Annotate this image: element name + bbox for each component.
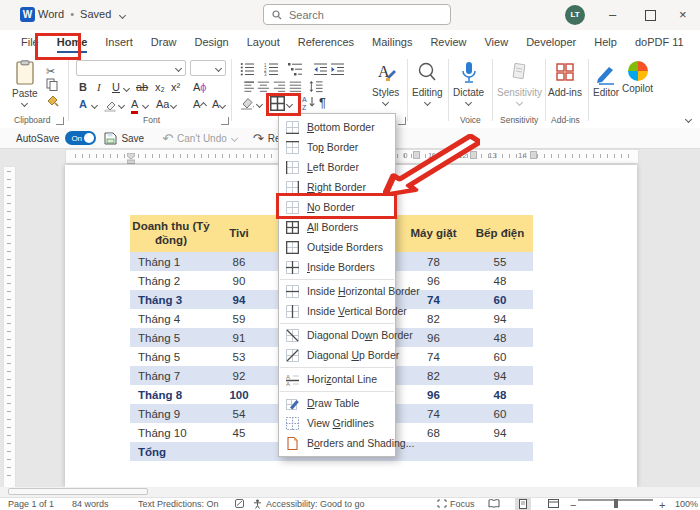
align-right-button[interactable] [272, 79, 286, 97]
table-cell[interactable] [467, 442, 533, 461]
menu-item-bottom-border[interactable]: Bottom Border [279, 117, 395, 137]
underline-chevron-icon[interactable] [123, 85, 130, 92]
text-predictions[interactable]: Text Predictions: On [138, 499, 219, 509]
table-row-label[interactable]: Tháng 5 [130, 328, 212, 347]
search-input[interactable]: Search [263, 4, 451, 25]
tab-view[interactable]: View [475, 30, 517, 55]
web-layout-icon[interactable] [548, 499, 559, 510]
menu-item-top-border[interactable]: Top Border [279, 137, 395, 157]
table-cell[interactable]: 48 [467, 271, 533, 290]
table-row-label[interactable]: Tháng 9 [130, 404, 212, 423]
grow-font-button[interactable]: A [193, 97, 206, 111]
table-row-label[interactable]: Tháng 7 [130, 366, 212, 385]
table-cell[interactable]: 96 [400, 385, 467, 404]
page-indicator[interactable]: Page 1 of 1 [8, 499, 54, 509]
menu-item-outside-borders[interactable]: Outside Borders [279, 237, 395, 257]
table-cell[interactable]: 82 [400, 309, 467, 328]
table-cell[interactable]: 60 [467, 347, 533, 366]
format-painter-button[interactable] [46, 93, 59, 111]
autosave-toggle[interactable]: On [65, 131, 96, 145]
table-cell[interactable]: 45 [212, 423, 266, 442]
tab-help[interactable]: Help [585, 30, 626, 55]
menu-item-borders-and-shading[interactable]: Borders and Shading... [279, 433, 395, 453]
text-effects-button[interactable]: A [79, 97, 87, 111]
table-cell[interactable]: 74 [400, 404, 467, 423]
table-row-label[interactable]: Tháng 10 [130, 423, 212, 442]
tab-layout[interactable]: Layout [238, 30, 289, 55]
tab-insert[interactable]: Insert [96, 30, 142, 55]
menu-item-diagonal-up-border[interactable]: Diagonal Up Border [279, 345, 395, 365]
table-cell[interactable]: 53 [212, 347, 266, 366]
menu-item-right-border[interactable]: Right Border [279, 177, 395, 197]
menu-item-no-border[interactable]: No Border [279, 197, 395, 217]
table-cell[interactable]: 90 [212, 271, 266, 290]
table-cell[interactable] [212, 442, 266, 461]
indent-marker[interactable] [127, 150, 135, 160]
strikethrough-button[interactable]: ab [136, 80, 148, 94]
change-case-chevron-icon[interactable] [170, 102, 177, 109]
tab-dopdf-11[interactable]: doPDF 11 [626, 30, 693, 55]
table-cell[interactable]: 91 [212, 328, 266, 347]
paragraph-dialog-launcher[interactable] [398, 117, 406, 125]
increase-indent-button[interactable] [331, 62, 345, 80]
ruler-column-marker[interactable] [470, 151, 477, 159]
table-header-cell[interactable]: Doanh thu (Tỷ đồng) [130, 215, 212, 252]
bullets-button[interactable] [240, 62, 256, 80]
tab-review[interactable]: Review [421, 30, 475, 55]
horizontal-scrollbar[interactable] [0, 487, 700, 497]
table-cell[interactable]: 82 [400, 366, 467, 385]
menu-item-all-borders[interactable]: All Borders [279, 217, 395, 237]
align-center-button[interactable] [256, 79, 270, 97]
tab-design[interactable]: Design [185, 30, 237, 55]
focus-button[interactable]: Focus [450, 499, 475, 509]
editing-button[interactable]: Editing [412, 61, 443, 105]
dictate-button[interactable]: Dictate [453, 61, 484, 105]
table-cell[interactable]: 94 [467, 366, 533, 385]
shrink-font-button[interactable]: A [212, 97, 225, 111]
close-button[interactable]: × [679, 7, 687, 23]
editor-button[interactable]: Editor [593, 61, 619, 98]
save-button[interactable]: Save [121, 133, 144, 144]
menu-item-inside-horizontal-border[interactable]: Inside Horizontal Border [279, 281, 395, 301]
shading-button[interactable] [240, 96, 255, 114]
table-row-label[interactable]: Tháng 3 [130, 290, 212, 309]
paste-button[interactable]: Paste [12, 60, 38, 106]
font-color-chevron-icon[interactable] [142, 102, 149, 109]
font-dialog-launcher[interactable] [221, 117, 229, 125]
copilot-button[interactable]: Copilot [622, 61, 653, 94]
table-cell[interactable]: 78 [400, 252, 467, 271]
table-cell[interactable]: 94 [467, 309, 533, 328]
table-row-label[interactable]: Tháng 8 [130, 385, 212, 404]
scrollbar-thumb[interactable] [8, 488, 148, 495]
table-cell[interactable]: 55 [467, 252, 533, 271]
collapse-ribbon-chevron-icon[interactable] [685, 116, 692, 123]
menu-item-horizontal-line[interactable]: AAHorizontal Line [279, 369, 395, 389]
zoom-level[interactable]: 100% [675, 499, 698, 509]
tab-references[interactable]: References [289, 30, 363, 55]
table-cell[interactable]: 86 [212, 252, 266, 271]
table-row-label[interactable]: Tháng 4 [130, 309, 212, 328]
table-header-cell[interactable]: Tivi [212, 215, 266, 252]
table-cell[interactable]: 74 [400, 347, 467, 366]
table-row-label[interactable]: Tháng 2 [130, 271, 212, 290]
font-name-combobox[interactable] [76, 60, 186, 76]
multilevel-list-button[interactable] [288, 62, 304, 80]
table-cell[interactable]: 60 [467, 290, 533, 309]
styles-button[interactable]: A Styles [372, 61, 399, 105]
table-row-label[interactable]: Tháng 1 [130, 252, 212, 271]
underline-button[interactable]: U [112, 80, 120, 94]
decrease-indent-button[interactable] [314, 62, 328, 80]
menu-item-diagonal-down-border[interactable]: Diagonal Down Border [279, 325, 395, 345]
zoom-in-button[interactable]: + [659, 499, 665, 510]
table-header-cell[interactable]: Máy giặt [400, 215, 467, 252]
menu-item-view-gridlines[interactable]: View Gridlines [279, 413, 395, 433]
sort-button[interactable]: AZ [302, 95, 315, 114]
ruler-column-marker[interactable] [530, 151, 537, 159]
tab-draw[interactable]: Draw [142, 30, 186, 55]
change-case-button[interactable]: Aa [156, 97, 169, 111]
font-size-combobox[interactable] [190, 60, 226, 76]
table-cell[interactable]: 48 [467, 385, 533, 404]
ruler-column-marker[interactable] [413, 151, 420, 159]
menu-item-inside-borders[interactable]: Inside Borders [279, 257, 395, 277]
avatar[interactable]: LT [565, 5, 585, 25]
